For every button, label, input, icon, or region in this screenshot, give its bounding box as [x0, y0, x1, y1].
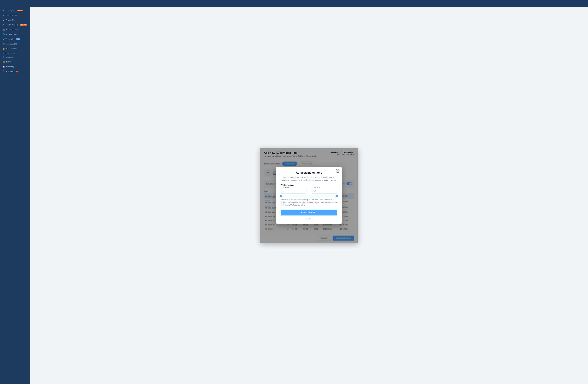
sidebar-item-load-balancers[interactable]: ⚖ Load Balancers PREVIEW: [0, 22, 30, 27]
worker-nodes-inputs: Minimum — Maximum: [281, 188, 337, 194]
main-content: Add new Kubernetes Pool Here you can add…: [30, 7, 588, 384]
add-kubernetes-pool-modal: Add new Kubernetes Pool Here you can add…: [260, 148, 358, 243]
minimum-input[interactable]: [281, 188, 306, 194]
help-desk-badge: 2: [16, 71, 18, 72]
sidebar-item-billing[interactable]: 💳 Billing: [0, 60, 30, 64]
minimum-input-group: Minimum: [281, 188, 306, 194]
range-slider-container[interactable]: [281, 196, 337, 196]
load-balancers-icon: ⚖: [3, 24, 4, 26]
sidebar-item-event-log[interactable]: 📋 Event Log: [0, 64, 30, 69]
anycast-cdn-icon: 🌐: [3, 33, 5, 35]
range-thumb-left[interactable]: [280, 195, 282, 197]
autoscaling-options-modal: Autoscaling options Automatically increa…: [276, 167, 342, 224]
video-cdn-badge: Beta: [16, 38, 20, 40]
range-track: [281, 196, 337, 196]
range-thumb-right[interactable]: [336, 195, 338, 197]
sidebar-item-private-cloud[interactable]: ☁ Private Cloud: [0, 18, 30, 22]
minimum-label: Minimum: [282, 187, 289, 188]
horizontal-link[interactable]: Horizontal: [325, 202, 332, 203]
close-icon: [336, 170, 338, 172]
autoscaling-modal-description: Automatically increase or decrease the s…: [281, 176, 337, 181]
maximum-label: Maximum: [313, 187, 321, 188]
help-desk-icon: ❓: [3, 70, 5, 72]
anycast-dns-icon: 🔗: [3, 43, 5, 45]
cloud-servers-icon: 🖥: [3, 14, 4, 16]
kubernetes-badge: PREVIEW: [17, 10, 23, 11]
autoscaling-modal-backdrop: Autoscaling options Automatically increa…: [260, 148, 358, 243]
sidebar-item-kubernetes[interactable]: ⚙ Kubernetes PREVIEW: [0, 8, 30, 13]
billing-icon: 💳: [3, 61, 5, 63]
sidebar-item-cloud-servers[interactable]: 🖥 Cloud Servers: [0, 13, 30, 18]
vertical-link[interactable]: Vertical: [283, 204, 288, 206]
range-separator: —: [308, 190, 310, 192]
worker-nodes-label: Worker nodes:: [281, 184, 337, 186]
maximum-input[interactable]: [312, 188, 337, 194]
sidebar-item-ssl[interactable]: 🔒 SSL certificates: [0, 46, 30, 51]
autoscaling-modal-close-button[interactable]: [336, 169, 339, 173]
sidebar-item-cloud-storage[interactable]: 💾 Cloud Storage: [0, 27, 30, 32]
sidebar-item-account[interactable]: 👤 Account: [0, 55, 30, 60]
autoscaling-modal-title: Autoscaling options: [281, 171, 337, 174]
load-balancers-badge: PREVIEW: [20, 24, 27, 26]
sidebar-item-anycast-cdn[interactable]: 🌐 Anycast CDN: [0, 32, 30, 37]
account-icon: 👤: [3, 56, 5, 58]
sidebar-item-anycast-dns[interactable]: 🔗 Anycast DNS: [0, 41, 30, 46]
sidebar-item-video-cdn[interactable]: ▶ Video CDN Beta: [0, 37, 30, 41]
kubernetes-icon: ⚙: [3, 10, 4, 12]
save-changes-button[interactable]: SAVE CHANGES: [281, 210, 337, 215]
cloud-storage-icon: 💾: [3, 29, 5, 31]
autoscaler-info-text: Autoscaler scales your worker pool up or…: [281, 199, 337, 206]
event-log-icon: 📋: [3, 66, 5, 68]
account-section-label: ACCOUNT INFO: [0, 51, 30, 55]
private-cloud-icon: ☁: [3, 19, 4, 21]
maximum-input-group: Maximum: [312, 188, 337, 194]
sidebar-item-help-desk[interactable]: ❓ Help Desk 2: [0, 69, 30, 74]
sidebar: ⚙ Kubernetes PREVIEW 🖥 Cloud Servers ☁ P…: [0, 0, 30, 384]
ssl-icon: 🔒: [3, 48, 5, 50]
cancel-link[interactable]: CANCEL: [281, 217, 337, 221]
video-cdn-icon: ▶: [3, 38, 4, 40]
